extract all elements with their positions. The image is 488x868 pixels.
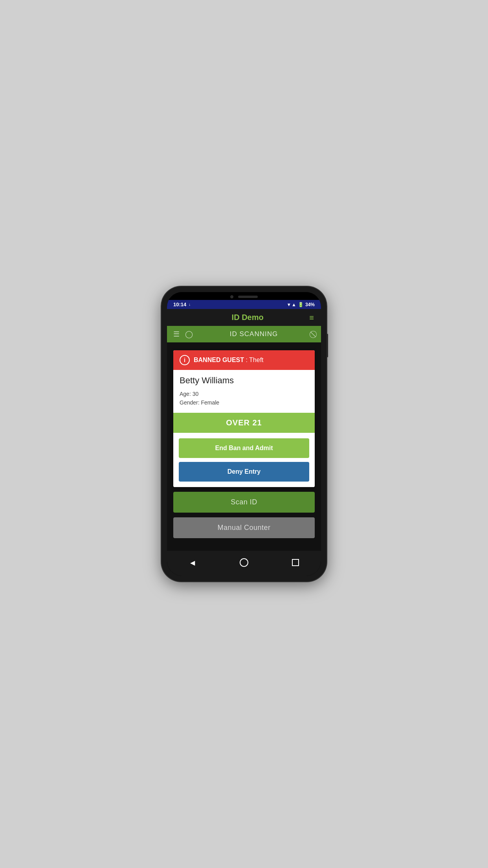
status-time: 10:14 bbox=[173, 302, 186, 307]
battery-percent: 34% bbox=[305, 302, 315, 307]
phone-device: 10:14 ↓ ▾ ▲ 🔋 34% ID Demo ≡ ☰ ◯ ID SCANN… bbox=[161, 287, 327, 581]
app-title: ID Demo bbox=[186, 313, 309, 322]
scan-id-button[interactable]: Scan ID bbox=[173, 492, 315, 513]
age-badge: OVER 21 bbox=[173, 413, 315, 433]
main-content: i BANNED GUEST : Theft Betty Williams Ag… bbox=[167, 342, 321, 551]
card-actions: End Ban and Admit Deny Entry bbox=[173, 433, 315, 487]
guest-name: Betty Williams bbox=[180, 375, 308, 386]
recents-button[interactable] bbox=[288, 555, 303, 570]
hamburger-menu-icon[interactable]: ≡ bbox=[309, 314, 314, 322]
wifi-icon: ▾ bbox=[288, 302, 290, 307]
power-button bbox=[327, 334, 328, 357]
deny-entry-button[interactable]: Deny Entry bbox=[179, 462, 309, 482]
download-icon: ↓ bbox=[189, 302, 191, 307]
list-icon[interactable]: ☰ bbox=[173, 330, 180, 338]
ban-label: BANNED GUEST bbox=[194, 357, 244, 363]
battery-icon: 🔋 bbox=[298, 302, 304, 307]
ban-separator: : bbox=[244, 357, 249, 363]
manual-counter-button[interactable]: Manual Counter bbox=[173, 517, 315, 538]
camera bbox=[230, 295, 233, 298]
status-right: ▾ ▲ 🔋 34% bbox=[288, 302, 315, 307]
guest-info: Betty Williams Age: 30 Gender: Female bbox=[173, 370, 315, 413]
phone-screen: 10:14 ↓ ▾ ▲ 🔋 34% ID Demo ≡ ☰ ◯ ID SCANN… bbox=[167, 292, 321, 576]
ban-banner: i BANNED GUEST : Theft bbox=[173, 350, 315, 370]
ban-info-icon: i bbox=[180, 355, 190, 365]
bottom-nav: ◀ bbox=[167, 551, 321, 576]
guest-gender: Gender: Female bbox=[180, 398, 308, 407]
status-bar: 10:14 ↓ ▾ ▲ 🔋 34% bbox=[167, 300, 321, 309]
toolbar-title: ID SCANNING bbox=[198, 330, 309, 338]
status-left: 10:14 ↓ bbox=[173, 302, 191, 307]
speaker bbox=[238, 296, 258, 298]
home-button[interactable] bbox=[236, 555, 252, 570]
phone-notch bbox=[167, 292, 321, 300]
end-ban-button[interactable]: End Ban and Admit bbox=[179, 438, 309, 458]
guest-card: i BANNED GUEST : Theft Betty Williams Ag… bbox=[173, 350, 315, 487]
toolbar: ☰ ◯ ID SCANNING ⃠ bbox=[167, 326, 321, 342]
back-button[interactable]: ◀ bbox=[185, 555, 200, 570]
ban-reason: Theft bbox=[249, 357, 263, 363]
guest-age: Age: 30 bbox=[180, 390, 308, 398]
app-header: ID Demo ≡ bbox=[167, 309, 321, 326]
timer-icon[interactable]: ◯ bbox=[185, 330, 193, 338]
signal-icon: ▲ bbox=[292, 302, 296, 307]
